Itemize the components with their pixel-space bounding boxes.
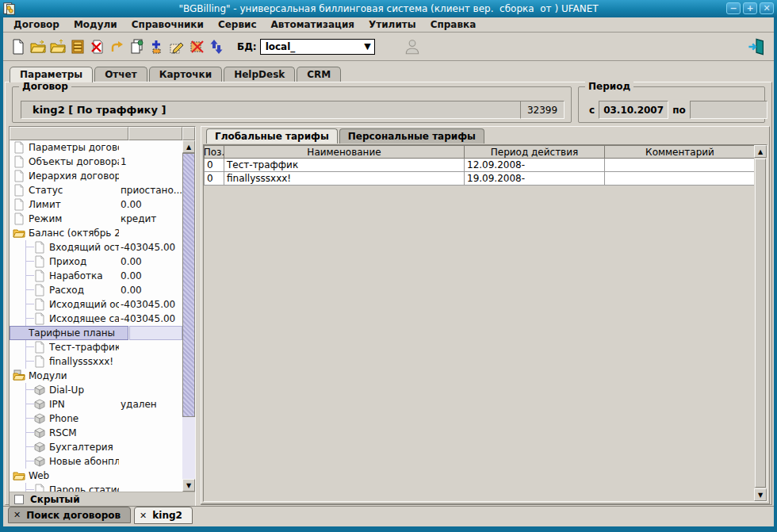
hidden-checkbox[interactable] xyxy=(14,495,24,504)
new-contract-icon[interactable] xyxy=(9,38,27,56)
maximize-button[interactable]: + xyxy=(743,2,757,14)
table-scrollbar[interactable]: ▲ ▼ xyxy=(754,145,767,501)
archive-icon[interactable] xyxy=(68,38,86,56)
tree-row[interactable]: Исходящий остато-403045.00 xyxy=(10,297,182,312)
tab-карточки[interactable]: Карточки xyxy=(149,67,223,82)
tree-item-label: Пароль статистики xyxy=(49,484,119,492)
toolbar-buttons xyxy=(8,38,226,56)
tree-item-value: 1 xyxy=(121,156,182,167)
tree-row[interactable]: Модули xyxy=(10,369,182,383)
tree-item-label: Статус xyxy=(29,185,119,196)
column-header[interactable]: Наименование xyxy=(224,145,465,159)
tree-row[interactable]: Иерархия договоров xyxy=(10,169,182,183)
menu-item[interactable]: Модули xyxy=(67,18,124,31)
app-body: ДоговорМодулиСправочникиСервисАвтоматиза… xyxy=(3,17,774,526)
tree-row[interactable]: Расход0.00 xyxy=(10,283,182,297)
tree-row[interactable]: finallysssxxx! xyxy=(10,354,182,369)
hidden-checkbox-row: Скрытый xyxy=(10,492,195,507)
column-header[interactable]: Комментарий xyxy=(605,145,756,159)
contract-tab-поиск-договоров[interactable]: ✕Поиск договоров xyxy=(8,507,131,523)
tariff-tab[interactable]: Глобальные тарифы xyxy=(206,128,338,144)
menu-item[interactable]: Договор xyxy=(6,18,67,31)
import-contract-icon[interactable] xyxy=(48,38,67,56)
add-item-icon[interactable] xyxy=(147,38,166,56)
tree-row[interactable]: Баланс (октябрь 2008) xyxy=(10,226,182,240)
close-icon[interactable]: ✕ xyxy=(140,511,147,521)
table-row[interactable]: 0Тест-траффик12.09.2008- xyxy=(204,159,767,172)
menu-item[interactable]: Автоматизация xyxy=(264,18,362,31)
tree-header-cell[interactable] xyxy=(128,127,182,140)
tree-row[interactable]: Приход0.00 xyxy=(10,255,182,269)
tree-item-label: Наработка xyxy=(49,270,119,281)
document-icon xyxy=(13,141,25,154)
redo-arrow-icon[interactable] xyxy=(108,38,126,56)
tab-crm[interactable]: CRM xyxy=(297,67,341,82)
menu-item[interactable]: Справка xyxy=(423,18,484,31)
column-header[interactable]: Поз. xyxy=(204,145,224,159)
toolbar: БД: local_ ▼ xyxy=(3,33,774,61)
contract-tab-label: king2 xyxy=(152,510,182,521)
tree-row[interactable]: Новые абонплаты xyxy=(10,454,182,469)
module-box-icon xyxy=(33,412,46,425)
tab-helpdesk[interactable]: HelpDesk xyxy=(224,67,295,82)
column-header[interactable]: Период действия xyxy=(465,145,605,159)
tree-row[interactable]: Тест-траффик xyxy=(10,340,182,354)
contract-tab-king2[interactable]: ✕king2 xyxy=(134,507,193,524)
tree-scrollbar-thumb[interactable] xyxy=(182,153,195,417)
tree-row[interactable]: Web xyxy=(10,469,182,483)
tariff-tab-bar: Глобальные тарифыПерсональные тарифы xyxy=(206,128,484,144)
tree-row[interactable]: Лимит0.00 xyxy=(10,197,182,212)
period-to-field[interactable] xyxy=(690,101,767,119)
menu-item[interactable]: Сервис xyxy=(211,18,264,31)
tree-header-cell[interactable] xyxy=(10,127,128,140)
contract-name-field[interactable]: king2 [ По траффику ] xyxy=(21,101,522,119)
period-row: с 03.10.2007 по xyxy=(585,101,767,119)
tree-row[interactable]: Бухгалтерия xyxy=(10,440,182,454)
scroll-up-icon[interactable]: ▲ xyxy=(754,145,767,158)
tree-row[interactable]: Параметры договора xyxy=(10,140,182,155)
tree-row[interactable]: Наработка0.00 xyxy=(10,269,182,283)
copy-document-icon[interactable] xyxy=(128,38,146,56)
tree-row[interactable]: Тарифные планы xyxy=(10,326,182,340)
delete-contract-icon[interactable] xyxy=(88,38,106,56)
table-scrollbar-thumb[interactable] xyxy=(755,159,766,488)
document-icon xyxy=(33,312,46,325)
tree-row[interactable]: Входящий остаток-403045.00 xyxy=(10,240,182,255)
scroll-down-icon[interactable]: ▼ xyxy=(754,488,767,501)
tree-row[interactable]: Phone xyxy=(10,411,182,426)
table-cell xyxy=(605,172,756,186)
menu-item[interactable]: Утилиты xyxy=(362,18,423,31)
tree-scrollbar[interactable]: ▲ ▼ xyxy=(182,140,195,492)
table-row[interactable]: 0finallysssxxx!19.09.2008- xyxy=(204,172,767,186)
tree-row[interactable]: RSCM xyxy=(10,426,182,440)
close-icon[interactable]: ✕ xyxy=(13,510,21,520)
minimize-button[interactable]: − xyxy=(726,2,741,14)
tree-row[interactable]: Статусприостано... xyxy=(10,183,182,197)
user-icon[interactable] xyxy=(404,38,421,55)
tree-row[interactable]: IPNудален xyxy=(10,397,182,411)
menu-item[interactable]: Справочники xyxy=(124,18,211,31)
tab-отчет[interactable]: Отчет xyxy=(94,67,147,82)
db-combobox[interactable]: local_ ▼ xyxy=(260,39,375,55)
scroll-up-icon[interactable]: ▲ xyxy=(182,140,195,153)
period-from-field[interactable]: 03.10.2007 xyxy=(599,101,668,119)
contract-tree-panel: Параметры договораОбъекты договора1Иерар… xyxy=(9,126,196,507)
scroll-down-icon[interactable]: ▼ xyxy=(182,479,195,492)
exit-icon[interactable] xyxy=(747,37,766,56)
tree-row[interactable]: Объекты договора1 xyxy=(10,155,182,169)
open-contract-icon[interactable] xyxy=(29,38,47,56)
tab-параметры[interactable]: Параметры xyxy=(10,67,93,82)
tree-row[interactable]: Dial-Up xyxy=(10,383,182,397)
bottom-tab-bar: ✕Поиск договоров✕king2 xyxy=(3,506,774,526)
edit-item-icon[interactable] xyxy=(167,38,186,56)
chevron-down-icon[interactable]: ▼ xyxy=(364,41,370,52)
tree-row[interactable]: Режимкредит xyxy=(10,212,182,226)
tree-row[interactable]: Исходящее сальдо-403045.00 xyxy=(10,312,182,326)
tariff-tab[interactable]: Персональные тарифы xyxy=(339,128,484,144)
tree-item-label: Расход xyxy=(49,285,119,296)
close-button[interactable]: ✕ xyxy=(760,2,774,14)
tree-row[interactable]: Пароль статистики xyxy=(10,483,182,492)
remove-item-icon[interactable] xyxy=(187,38,205,56)
refresh-icon[interactable] xyxy=(207,38,225,56)
title-bar[interactable]: "BGBilling" - универсальная биллинговая … xyxy=(0,0,777,17)
